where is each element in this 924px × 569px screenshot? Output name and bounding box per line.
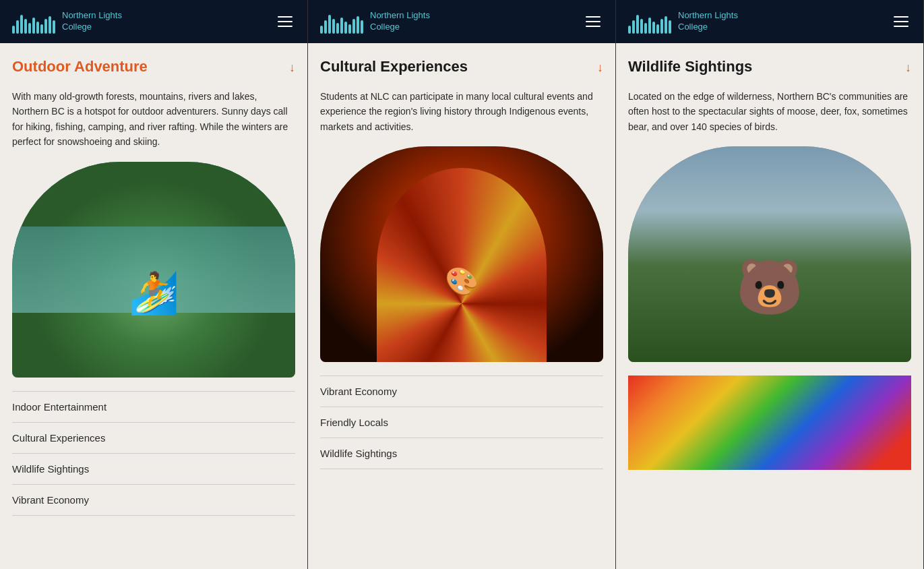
- section-header-cultural: Cultural Experiences ↓: [320, 58, 603, 82]
- headdress-photo: [320, 146, 603, 362]
- logo-panel3: Northern Lights College: [628, 9, 738, 34]
- wildlife-image: [628, 146, 911, 362]
- down-arrow-icon3: ↓: [905, 61, 911, 75]
- content-panel1: Outdoor Adventure ↓ With many old-growth…: [0, 43, 307, 569]
- hamburger-menu-panel3[interactable]: [891, 13, 911, 30]
- logo-panel1: Northern Lights College: [12, 9, 122, 34]
- outdoor-image: [12, 162, 295, 378]
- section-desc-outdoor: With many old-growth forests, mountains,…: [12, 89, 295, 150]
- section-header-wildlife: Wildlife Sightings ↓: [628, 58, 911, 82]
- cultural-image: [320, 146, 603, 362]
- content-panel3: Wildlife Sightings ↓ Located on the edge…: [616, 43, 923, 569]
- nav-item-cultural[interactable]: Cultural Experiences: [12, 423, 295, 454]
- section-desc-wildlife: Located on the edge of wilderness, North…: [628, 89, 911, 134]
- bear-photo: [628, 146, 911, 362]
- section-title-cultural: Cultural Experiences: [320, 58, 468, 76]
- section-header-outdoor: Outdoor Adventure ↓: [12, 58, 295, 82]
- down-arrow-icon2: ↓: [597, 61, 603, 75]
- nav-item-economy[interactable]: Vibrant Economy: [12, 485, 295, 516]
- nav-item-wildlife[interactable]: Wildlife Sightings: [12, 454, 295, 485]
- brand-name-panel1: Northern Lights College: [62, 10, 122, 33]
- nav-item-indoor[interactable]: Indoor Entertainment: [12, 392, 295, 423]
- logo-waves-icon2: [320, 9, 363, 34]
- paddle-board-photo: [12, 162, 295, 378]
- brand-name-panel2: Northern Lights College: [370, 10, 430, 33]
- logo-waves-icon: [12, 9, 55, 34]
- nav-list-panel1: Indoor Entertainment Cultural Experience…: [12, 391, 295, 516]
- section-title-wildlife: Wildlife Sightings: [628, 58, 752, 76]
- hamburger-menu-panel1[interactable]: [275, 13, 295, 30]
- colorful-cultural-image: [628, 376, 911, 470]
- hamburger-menu-panel2[interactable]: [583, 13, 603, 30]
- brand-name-panel3: Northern Lights College: [678, 10, 738, 33]
- panel-cultural-experiences: Northern Lights College Cultural Experie…: [308, 0, 616, 569]
- section-desc-cultural: Students at NLC can participate in many …: [320, 89, 603, 134]
- nav-item-vibrant[interactable]: Vibrant Economy: [320, 376, 603, 407]
- nav-item-friendly[interactable]: Friendly Locals: [320, 407, 603, 438]
- panel-outdoor-adventure: Northern Lights College Outdoor Adventur…: [0, 0, 308, 569]
- section-title-outdoor: Outdoor Adventure: [12, 58, 148, 76]
- down-arrow-icon: ↓: [289, 61, 295, 75]
- panel-wildlife-sightings: Northern Lights College Wildlife Sightin…: [616, 0, 924, 569]
- header-panel2: Northern Lights College: [308, 0, 615, 43]
- logo-panel2: Northern Lights College: [320, 9, 430, 34]
- nav-item-wildlife2[interactable]: Wildlife Sightings: [320, 438, 603, 469]
- nav-list-panel2: Vibrant Economy Friendly Locals Wildlife…: [320, 376, 603, 469]
- logo-waves-icon3: [628, 9, 671, 34]
- header-panel1: Northern Lights College: [0, 0, 307, 43]
- header-panel3: Northern Lights College: [616, 0, 923, 43]
- content-panel2: Cultural Experiences ↓ Students at NLC c…: [308, 43, 615, 569]
